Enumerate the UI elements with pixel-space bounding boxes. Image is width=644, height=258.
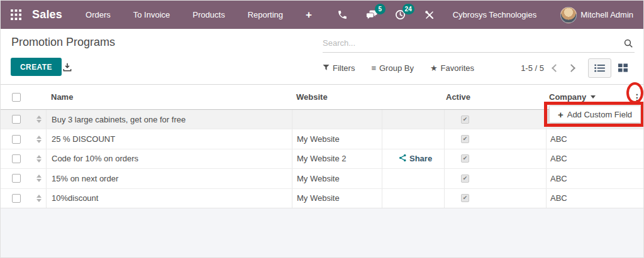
nav-plus-icon[interactable]: +: [306, 9, 312, 21]
cell-share: [382, 189, 444, 208]
drag-handle-icon[interactable]: [32, 136, 46, 143]
app-brand-sales[interactable]: Sales: [32, 8, 62, 21]
content-background: [1, 208, 643, 257]
group-by-icon: ≡: [371, 63, 376, 73]
add-custom-field-menu-item[interactable]: + Add Custom Field: [549, 105, 641, 123]
cell-name: Code for 10% on orders: [46, 149, 292, 168]
cell-company: ABC: [546, 189, 630, 208]
table-row[interactable]: 10%discount My Website ABC: [1, 189, 643, 208]
row-checkbox[interactable]: [12, 135, 21, 144]
navbar-left: Sales Orders To Invoice Products Reporti…: [1, 8, 312, 21]
cell-website: My Website: [292, 129, 382, 148]
navbar-right: 5 24 Cybrosys Technologies Mitchell Admi…: [321, 7, 643, 23]
favorites-star-icon: ★: [430, 63, 438, 73]
export-download-icon[interactable]: [61, 61, 74, 73]
pager-next-icon[interactable]: [567, 64, 575, 72]
row-checkbox[interactable]: [12, 115, 21, 124]
row-checkbox[interactable]: [12, 154, 21, 163]
pager-and-views: 1-5 / 5: [521, 58, 635, 78]
cell-website: My Website 2: [292, 149, 382, 168]
search-options: Filters ≡ Group By ★ Favorites: [323, 63, 491, 73]
pager-value[interactable]: 1-5 / 5: [521, 63, 544, 73]
cell-website: My Website: [292, 189, 382, 208]
cell-company: ABC: [546, 149, 630, 168]
nav-item-to-invoice[interactable]: To Invoice: [133, 10, 170, 19]
sort-caret-icon: [591, 95, 596, 99]
company-switcher[interactable]: Cybrosys Technologies: [453, 10, 536, 19]
pager-previous-icon[interactable]: [552, 64, 560, 72]
cell-active: [444, 110, 546, 129]
drag-handle-icon[interactable]: [32, 195, 46, 202]
apps-grid-icon[interactable]: [9, 9, 22, 21]
column-header-share: [382, 85, 444, 109]
messages-count-badge: 5: [375, 4, 386, 14]
table-row[interactable]: 25 % DISCOUNT My Website ABC: [1, 129, 643, 149]
row-checkbox[interactable]: [12, 174, 21, 183]
filters-button[interactable]: Filters: [323, 63, 355, 73]
column-header-name[interactable]: Name: [46, 85, 292, 109]
app-window: Sales Orders To Invoice Products Reporti…: [0, 0, 644, 258]
cell-share: [382, 129, 444, 148]
cell-active: [444, 189, 546, 208]
view-switcher: [588, 58, 635, 78]
user-avatar: [560, 7, 577, 23]
plus-icon: +: [558, 110, 564, 119]
cell-share: Share: [382, 149, 444, 168]
active-checkbox: [461, 116, 469, 124]
table-row[interactable]: Buy 3 large cabinets, get one for free: [1, 110, 643, 129]
favorites-button[interactable]: ★ Favorites: [430, 63, 474, 73]
column-header-active[interactable]: Active: [444, 85, 546, 109]
group-by-button[interactable]: ≡ Group By: [371, 63, 414, 73]
cell-website: My Website: [292, 169, 382, 188]
cell-company: ABC: [546, 129, 630, 148]
kanban-view-button[interactable]: [611, 58, 635, 78]
top-navbar: Sales Orders To Invoice Products Reporti…: [1, 1, 643, 29]
select-all-checkbox[interactable]: [12, 93, 21, 102]
filter-funnel-icon: [323, 63, 330, 73]
cell-name: Buy 3 large cabinets, get one for free: [46, 110, 292, 129]
messages-chat-icon[interactable]: 5: [365, 8, 379, 22]
control-panel: Promotion Programs CREATE Filters ≡: [1, 29, 643, 84]
table-row[interactable]: 15% on next order My Website ABC: [1, 169, 643, 188]
cell-active: [444, 149, 546, 168]
activities-clock-icon[interactable]: 24: [394, 8, 408, 22]
select-all-cell: [1, 85, 32, 109]
cell-website: [292, 110, 382, 129]
table-row[interactable]: Code for 10% on orders My Website 2 Shar…: [1, 149, 643, 169]
search-input[interactable]: [323, 38, 622, 48]
row-checkbox[interactable]: [12, 194, 21, 203]
cell-name: 10%discount: [46, 189, 292, 208]
column-header-website[interactable]: Website: [292, 85, 382, 109]
share-button[interactable]: Share: [399, 154, 432, 164]
nav-item-orders[interactable]: Orders: [86, 10, 111, 19]
activities-count-badge: 24: [402, 4, 414, 14]
page-title: Promotion Programs: [11, 36, 115, 49]
column-options-icon[interactable]: ⋮: [633, 93, 641, 102]
drag-handle-icon[interactable]: [32, 155, 46, 163]
active-checkbox: [461, 175, 469, 183]
search-icon[interactable]: [622, 37, 635, 50]
tools-icon[interactable]: [423, 8, 436, 22]
nav-item-reporting[interactable]: Reporting: [248, 10, 283, 19]
list-controls: Filters ≡ Group By ★ Favorites 1-5 / 5: [323, 57, 635, 78]
user-name: Mitchell Admin: [580, 10, 633, 19]
table-header-row: Name Website Active Company ⋮: [1, 85, 643, 110]
active-checkbox: [461, 135, 469, 143]
user-menu[interactable]: Mitchell Admin: [560, 7, 633, 23]
nav-item-products[interactable]: Products: [192, 10, 225, 19]
cell-active: [444, 129, 546, 148]
list-view-button[interactable]: [588, 58, 611, 78]
promotion-programs-list: Name Website Active Company ⋮ Buy 3 larg…: [1, 84, 643, 208]
create-button[interactable]: CREATE: [11, 58, 62, 76]
cell-company: ABC: [546, 169, 630, 188]
cell-active: [444, 169, 546, 188]
phone-icon[interactable]: [336, 8, 350, 22]
cell-share: [382, 110, 444, 129]
search-bar: [323, 34, 635, 53]
cell-name: 25 % DISCOUNT: [46, 129, 292, 148]
active-checkbox: [461, 194, 469, 202]
cell-name: 15% on next order: [46, 169, 292, 188]
drag-handle-icon[interactable]: [32, 116, 46, 123]
drag-handle-icon[interactable]: [32, 175, 46, 182]
cell-share: [382, 169, 444, 188]
